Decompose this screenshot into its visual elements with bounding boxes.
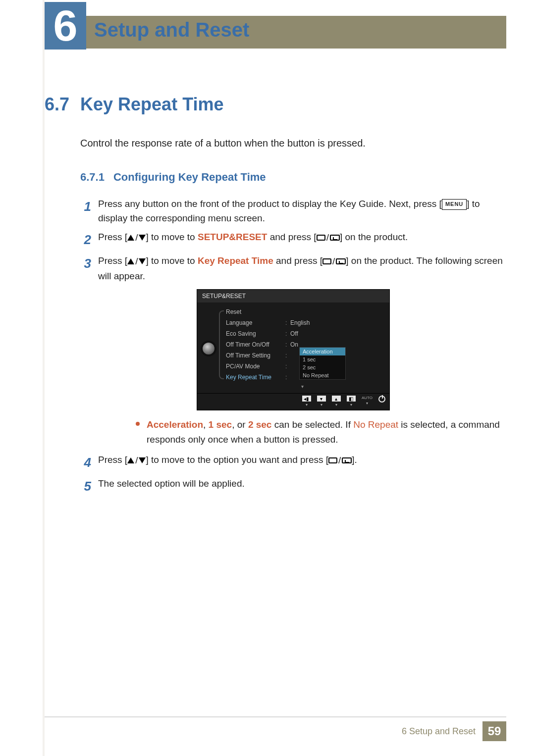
- steps-list: 1 Press any button on the front of the p…: [80, 197, 506, 497]
- subsection-number: 6.7.1: [80, 171, 105, 184]
- triangle-up-icon: [127, 457, 134, 463]
- triangle-down-icon: [139, 258, 146, 264]
- up-down-icon: /: [127, 453, 146, 467]
- up-down-icon: /: [127, 254, 146, 268]
- step-text: The selected option will be applied.: [98, 476, 506, 496]
- chapter-title: Setup and Reset: [94, 19, 249, 41]
- osd-btn-enter: ◧▾: [347, 396, 356, 407]
- section-heading: 6.7 Key Repeat Time: [45, 94, 506, 115]
- osd-option-1sec: 1 sec: [300, 355, 345, 363]
- footer: 6 Setup and Reset 59: [402, 721, 506, 741]
- triangle-up-icon: [127, 235, 134, 241]
- subsection-heading: 6.7.1 Configuring Key Repeat Time: [80, 171, 506, 184]
- step-text: Press [ / ] to move to Key Repeat Time a…: [98, 253, 506, 283]
- enter-icon: [330, 235, 340, 241]
- menu-icon: MENU: [442, 199, 467, 209]
- osd-left-column: [200, 306, 217, 390]
- gear-icon: [203, 343, 214, 354]
- enter-icon: [336, 258, 346, 264]
- osd-row-language: Language:English: [220, 317, 384, 328]
- osd-screenshot: SETUP&RESET Reset Language:English Eco S…: [197, 289, 390, 410]
- osd-option-acceleration: Acceleration: [300, 348, 345, 355]
- osd-body: Reset Language:English Eco Saving:Off Of…: [197, 302, 389, 393]
- bullet-note: Acceleration, 1 sec, or 2 sec can be sel…: [136, 417, 506, 447]
- chevron-down-icon: ▾: [220, 383, 384, 390]
- osd-row-eco-saving: Eco Saving:Off: [220, 328, 384, 339]
- triangle-down-icon: [139, 457, 146, 463]
- osd-rows: Reset Language:English Eco Saving:Off Of…: [220, 306, 384, 390]
- chapter-number-box: 6: [45, 2, 86, 50]
- step-2: 2 Press [ / ] to move to SETUP&RESET and…: [80, 230, 506, 250]
- page-number: 59: [482, 721, 506, 741]
- osd-option-2sec: 2 sec: [300, 363, 345, 371]
- triangle-down-icon: [139, 235, 146, 241]
- step-1: 1 Press any button on the front of the p…: [80, 197, 506, 226]
- osd-dropdown: Acceleration 1 sec 2 sec No Repeat: [299, 347, 346, 380]
- content: 6.7 Key Repeat Time Control the response…: [45, 94, 506, 501]
- step-text: Press [ / ] to move to the option you wa…: [98, 453, 506, 472]
- section-intro: Control the response rate of a button wh…: [80, 138, 506, 149]
- power-icon: [378, 396, 385, 403]
- osd-title: SETUP&RESET: [197, 290, 389, 302]
- osd-btn-power: [378, 396, 385, 407]
- keyword-key-repeat-time: Key Repeat Time: [198, 255, 273, 266]
- section-title: Key Repeat Time: [80, 94, 223, 115]
- step-number: 3: [80, 253, 91, 283]
- step-text: Press [ / ] to move to SETUP&RESET and p…: [98, 230, 506, 250]
- step-text: Press any button on the front of the pro…: [98, 197, 506, 226]
- source-icon: [317, 235, 325, 241]
- up-down-icon: /: [127, 230, 146, 245]
- step-5: 5 The selected option will be applied.: [80, 476, 506, 496]
- step-4: 4 Press [ / ] to move to the option you …: [80, 453, 506, 472]
- step-number: 2: [80, 230, 91, 250]
- source-enter-icon: /: [317, 230, 340, 245]
- step-number: 5: [80, 476, 91, 496]
- source-icon: [322, 258, 331, 264]
- osd-footer: ◂▮▾ ▾▾ ▴▾ ◧▾ AUTO▾: [197, 393, 389, 410]
- source-enter-icon: /: [322, 254, 346, 268]
- bullet-text: Acceleration, 1 sec, or 2 sec can be sel…: [147, 417, 506, 447]
- footer-chapter-label: 6 Setup and Reset: [402, 726, 476, 737]
- triangle-up-icon: [127, 258, 134, 264]
- source-icon: [328, 457, 337, 463]
- step-3: 3 Press [ / ] to move to Key Repeat Time…: [80, 253, 506, 283]
- osd-btn-back: ◂▮▾: [302, 396, 311, 407]
- step-number: 1: [80, 197, 91, 226]
- osd-btn-up: ▴▾: [332, 396, 341, 407]
- subsection-title: Configuring Key Repeat Time: [113, 171, 266, 184]
- bullet-icon: [136, 422, 140, 426]
- page: 6 Setup and Reset 6.7 Key Repeat Time Co…: [0, 0, 535, 756]
- osd-panel: SETUP&RESET Reset Language:English Eco S…: [197, 289, 390, 410]
- source-enter-icon: /: [328, 453, 352, 467]
- chapter-number: 6: [54, 4, 78, 48]
- section-number: 6.7: [45, 94, 69, 115]
- enter-icon: [342, 457, 352, 463]
- osd-btn-auto: AUTO▾: [362, 396, 373, 407]
- osd-row-reset: Reset: [220, 306, 384, 317]
- left-rail: [0, 0, 45, 756]
- step-number: 4: [80, 453, 91, 472]
- osd-btn-down: ▾▾: [317, 396, 326, 407]
- keyword-setup-reset: SETUP&RESET: [198, 232, 267, 242]
- footer-rule: [45, 716, 506, 717]
- osd-option-norepeat: No Repeat: [300, 371, 345, 379]
